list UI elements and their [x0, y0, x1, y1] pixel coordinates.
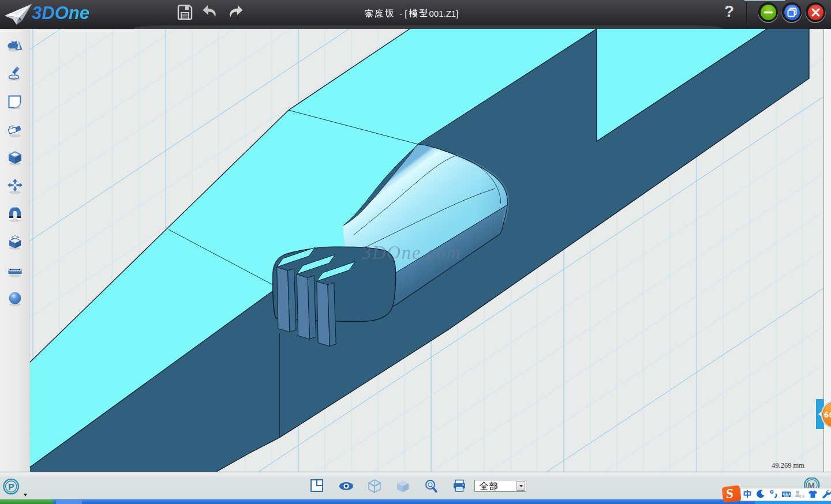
svg-text:49.269 mm: 49.269 mm: [772, 461, 804, 469]
svg-text:P: P: [8, 482, 14, 491]
svg-text:14: 14: [799, 494, 804, 499]
svg-text:64: 64: [824, 411, 831, 419]
svg-text:3DOne.com: 3DOne.com: [361, 242, 461, 263]
